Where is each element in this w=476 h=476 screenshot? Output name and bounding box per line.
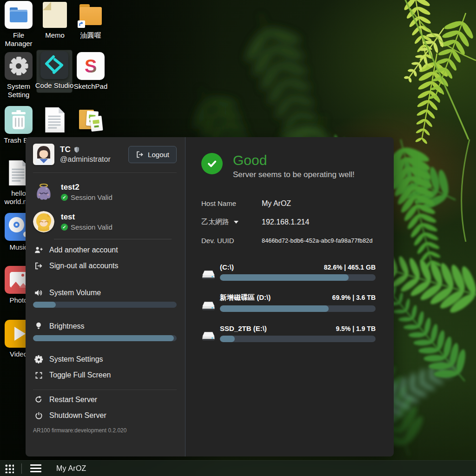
hostname-value: My ArOZ [262,199,291,208]
avatar [33,211,54,232]
fullscreen-icon [35,371,43,379]
account-row-test2[interactable]: test2 ✓ Session Valid [33,181,177,203]
disk-row-e: SSD_2TB (E:\) 9.5% | 1.9 TB [201,324,376,342]
brightness-slider-fill [33,335,174,341]
desktop-icon-shortcut-folder[interactable]: 油圓喔 [73,0,108,40]
account-row-test[interactable]: test ✓ Session Valid [33,211,177,232]
disk-name: (C:\) [220,263,234,271]
brightness-label: Brightness [49,322,85,331]
disk-usage: 82.6% | 465.1 GB [324,264,376,271]
restart-icon [34,396,43,404]
server-status-panel: Good Server seems to be operating well! … [185,137,394,456]
account-name: test2 [61,183,112,192]
uuid-value: 8466bd72-bdb6-452a-abc9-fa98a77fb82d [262,238,373,244]
session-valid-icon: ✓ [61,224,68,231]
desktop-icon-shared-folder[interactable] [73,105,108,136]
disk-usage: 9.5% | 1.9 TB [336,325,376,332]
restart-server-item[interactable]: Restart Server [33,392,177,408]
volume-slider[interactable] [33,302,177,308]
desktop-icon-label: Memo [35,31,75,40]
signout-all-item[interactable]: Sign-out all accounts [33,258,177,274]
info-row-ethernet: 乙太網路 192.168.1.214 [201,213,376,231]
power-icon [35,412,43,420]
hdd-icon [201,263,220,281]
menu-button[interactable] [22,461,50,476]
user-panel: TC @administrator Logout [26,137,185,456]
desktop-icon-memo[interactable]: Memo [37,0,73,40]
taskbar: My ArOZ [0,460,476,476]
desktop-icon-label: 油圓喔 [71,31,111,40]
desktop-icon-text-file[interactable] [37,105,73,136]
folder-documents-icon [77,106,105,134]
add-account-item[interactable]: Add another account [33,242,177,258]
user-name: TC [60,145,71,154]
desktop-icon-code-studio[interactable]: Code Studio [37,50,72,93]
divider [54,239,172,239]
grid-icon [4,463,14,473]
avatar [33,181,54,203]
app-launcher-button[interactable] [0,461,21,476]
info-row-hostname: Host Name My ArOZ [201,194,376,213]
disk-row-c: (C:\) 82.6% | 465.1 GB [201,263,376,281]
disk-usage-fill [220,336,235,342]
signout-icon [34,262,43,270]
divider [33,172,177,173]
disk-row-d: 新增磁碟區 (D:\) 69.9% | 3.6 TB [201,293,376,312]
disk-usage-fill [220,305,329,312]
disk-usage-bar [220,274,376,281]
gear-icon [34,355,43,364]
document-icon [41,106,69,134]
taskbar-title: My ArOZ [56,464,86,473]
ethernet-selector[interactable]: 乙太網路 [201,218,262,226]
info-row-uuid: Dev. UUID 8466bd72-bdb6-452a-abc9-fa98a7… [201,231,376,250]
shield-icon [73,146,80,153]
uuid-label: Dev. UUID [201,237,262,245]
memo-icon [41,1,69,29]
add-user-icon [34,246,43,254]
disk-usage: 69.9% | 3.6 TB [332,294,376,301]
hamburger-icon [30,464,41,472]
sketchpad-icon: S [77,52,105,80]
hdd-icon [201,324,220,342]
desktop-icon-system-setting[interactable]: System Setting [1,51,36,99]
desktop-icon-label: SketchPad [71,82,111,91]
session-valid-icon: ✓ [61,194,68,201]
system-settings-item[interactable]: System Settings [33,351,177,367]
health-status-subtitle: Server seems to be operating well! [233,170,355,179]
volume-label: System Volume [49,289,101,297]
desktop: File Manager Memo 油圓喔 System Setting [0,0,476,476]
disk-usage-bar [220,336,376,342]
quick-settings-widget: TC @administrator Logout [26,137,394,456]
health-check-icon [201,153,223,174]
brightness-slider[interactable] [33,335,177,341]
logout-icon [136,151,144,159]
disk-name: SSD_2TB (E:\) [220,324,267,332]
session-status: Session Valid [71,223,112,231]
shutdown-server-item[interactable]: Shutdown Server [33,408,177,423]
desktop-icon-label: System Setting [0,82,39,99]
code-studio-icon [40,51,68,79]
disk-usage-fill [220,274,349,281]
shortcut-arrow-badge [78,20,85,28]
firmware-version: AR100 firmware:development 0.2.020 [33,427,177,434]
avatar [33,144,54,165]
brightness-bulb-icon [35,322,42,331]
desktop-icon-file-manager[interactable]: File Manager [1,0,36,48]
chevron-down-icon [234,221,238,224]
user-handle: @administrator [60,155,111,164]
shortcut-folder-icon [77,1,105,29]
disk-usage-bar [220,305,376,312]
trash-icon [5,106,33,134]
toggle-fullscreen-item[interactable]: Toggle Full Screen [33,367,177,383]
gear-icon [5,52,33,80]
logout-button[interactable]: Logout [128,146,177,163]
divider [33,390,177,390]
disk-name: 新增磁碟區 (D:\) [220,293,271,302]
volume-slider-fill [33,302,56,308]
desktop-icon-sketchpad[interactable]: S SketchPad [73,51,108,91]
hdd-icon [201,293,220,312]
desktop-icon-label: File Manager [0,31,39,48]
ip-address-value: 192.168.1.214 [262,218,309,226]
session-status: Session Valid [71,193,112,201]
health-status-title: Good [233,153,355,168]
